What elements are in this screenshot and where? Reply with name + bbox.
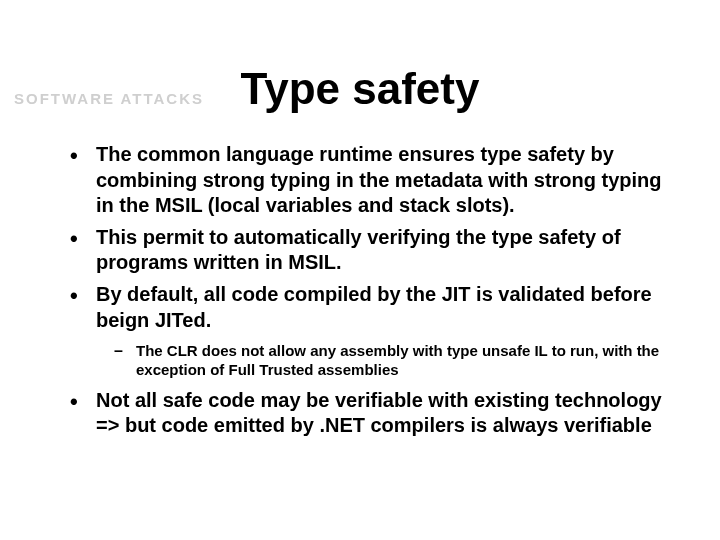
bullet-item: This permit to automatically verifying t…	[70, 225, 668, 276]
bullet-item: By default, all code compiled by the JIT…	[70, 282, 668, 380]
bullet-text: By default, all code compiled by the JIT…	[96, 283, 652, 331]
header-label: Software attacks	[14, 90, 204, 107]
bullet-item: The common language runtime ensures type…	[70, 142, 668, 219]
sub-bullet-list: The CLR does not allow any assembly with…	[114, 341, 668, 379]
slide: Software attacks Type safety The common …	[0, 64, 720, 540]
bullet-item: Not all safe code may be verifiable with…	[70, 388, 668, 439]
bullet-list: The common language runtime ensures type…	[70, 142, 668, 439]
sub-bullet-item: The CLR does not allow any assembly with…	[114, 341, 668, 379]
